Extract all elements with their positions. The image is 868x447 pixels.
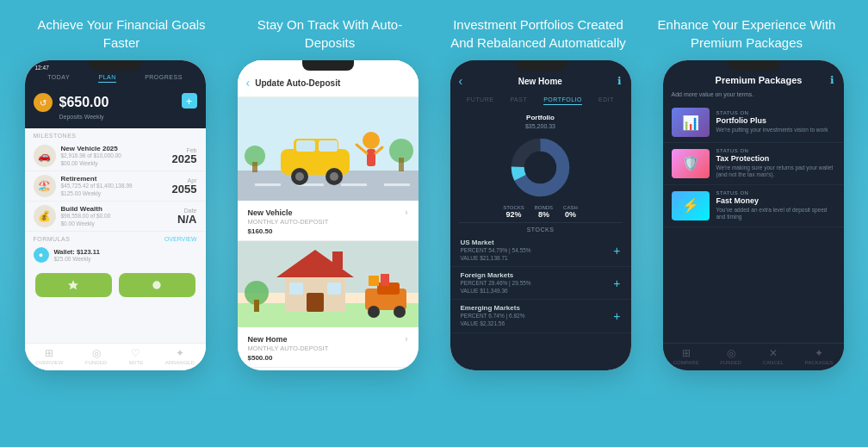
p1-tab-plan[interactable]: PLAN — [98, 74, 115, 83]
p1-tab-today[interactable]: TODAY — [47, 74, 70, 83]
svg-point-1 — [152, 281, 160, 289]
p3-market-pct-1: PERCENT 29.46% | 29.55% VALUE $11,349.36 — [461, 279, 531, 295]
app-container: Achieve Your Financial Goals Faster Stay… — [0, 0, 868, 447]
p1-milestone-sub-2: $98,558.00 of $0.00 $0.00 Weekly — [61, 213, 173, 227]
p1-milestone-2[interactable]: 💰 Build Wealth $98,558.00 of $0.00 $0.00… — [25, 202, 206, 232]
p1-add-button[interactable]: + — [182, 93, 197, 109]
p4-nav-funded-label: FUNDED — [720, 360, 741, 365]
p3-market-pct-2: PERCENT 6.74% | 6.82% VALUE $2,321.56 — [461, 312, 525, 327]
svg-point-44 — [525, 152, 556, 183]
svg-rect-7 — [384, 183, 410, 186]
p3-back-button[interactable]: ‹ — [459, 74, 463, 88]
p3-tab-portfolio[interactable]: PORTFOLIO — [543, 96, 582, 105]
p4-package-0[interactable]: 📊 STATUS ON Portfolio Plus We're putting… — [663, 102, 844, 143]
p3-donut-container — [450, 133, 631, 202]
p3-tab-edit[interactable]: EDIT — [598, 96, 614, 105]
p3-market-plus-1[interactable]: + — [613, 276, 620, 290]
p1-overview-link[interactable]: OVERVIEW — [164, 236, 197, 242]
p3-tab-future[interactable]: FUTURE — [467, 96, 493, 105]
p1-nav-note-label: NOTE — [129, 360, 144, 365]
p4-pkg-status-0: STATUS ON — [716, 110, 835, 115]
p4-nav-funded[interactable]: ◎ FUNDED — [720, 347, 741, 365]
svg-rect-21 — [252, 162, 257, 172]
svg-rect-11 — [319, 140, 338, 152]
p1-milestone-title-1: Retirement — [61, 175, 167, 183]
screen-1: 12:47 TODAY PLAN PROGRESS ↺ $650.00 + De… — [25, 60, 206, 370]
home-scene-svg — [238, 241, 418, 327]
headline-row: Achieve Your Financial Goals Faster Stay… — [0, 0, 868, 60]
p1-nav-overview[interactable]: ⊞ OVERVIEW — [35, 347, 63, 365]
p1-tab-progress[interactable]: PROGRESS — [145, 74, 183, 83]
car-scene-svg — [238, 97, 418, 201]
p4-info-icon[interactable]: ℹ — [830, 74, 834, 86]
headline-2: Stay On Track With Auto-Deposits — [235, 16, 425, 52]
svg-rect-34 — [254, 300, 259, 312]
svg-rect-40 — [381, 274, 389, 286]
portfolio-donut-chart — [508, 135, 573, 200]
p1-btn-green-1[interactable] — [35, 273, 112, 297]
p2-home-amount: $500.00 — [248, 354, 408, 362]
p3-legend-bonds-value: 8% — [535, 210, 553, 219]
p1-wallet-row: ● Wallet: $123.11 $25.00 Weekly — [25, 244, 206, 266]
p4-subtitle: Add more value on your terms. — [663, 91, 844, 97]
p1-milestone-sub-0: $2,916.98 of $10,000.00 $00.00 Weekly — [61, 152, 167, 167]
p2-back-button[interactable]: ‹ — [246, 76, 251, 90]
p4-pkg-content-1: STATUS ON Tax Protection We're making su… — [716, 148, 835, 179]
p2-chevron-2: › — [405, 334, 407, 344]
notch-4 — [728, 60, 779, 71]
svg-rect-6 — [341, 183, 367, 186]
p1-nav-arranged[interactable]: ✦ ARRANGED — [165, 347, 195, 365]
p4-nav-packages[interactable]: ✦ PACKAGES — [805, 347, 834, 365]
p1-milestone-title-0: New Vehicle 2025 — [61, 145, 167, 152]
p2-vehicle-item[interactable]: New Vehicle › MONTHLY AUTO-DEPOSIT $160.… — [238, 201, 418, 241]
svg-marker-0 — [68, 280, 78, 289]
svg-rect-39 — [369, 276, 379, 286]
p1-time: 12:47 — [35, 65, 49, 71]
p2-car-illustration — [238, 97, 418, 201]
p1-nav-overview-label: OVERVIEW — [35, 360, 63, 365]
p3-market-pct-0: PERCENT 54.79% | 54.55% VALUE $21,138.71 — [461, 246, 531, 262]
p1-milestone-sub-1: $45,725.42 of $1,400,138.99 $125.00 Week… — [61, 183, 167, 197]
p3-tab-past[interactable]: PAST — [510, 96, 527, 105]
headline-1: Achieve Your Financial Goals Faster — [27, 16, 216, 52]
p1-milestone-icon-2: 💰 — [34, 205, 56, 227]
p4-pkg-gradient-2: 🛡️ — [672, 149, 710, 178]
phone-3: ‹ New Home ℹ FUTURE PAST PORTFOLIO EDIT … — [450, 60, 631, 370]
p4-nav-funded-icon: ◎ — [727, 347, 735, 359]
p1-milestone-0[interactable]: 🚗 New Vehicle 2025 $2,916.98 of $10,000.… — [25, 141, 206, 171]
p4-pkg-image-0: 📊 — [672, 108, 710, 137]
p3-market-row-2[interactable]: Emerging Markets PERCENT 6.74% | 6.82% V… — [450, 300, 631, 332]
p2-home-sub: MONTHLY AUTO-DEPOSIT — [248, 345, 408, 352]
p3-market-plus-2[interactable]: + — [613, 309, 620, 323]
p3-market-row-0[interactable]: US Market PERCENT 54.79% | 54.55% VALUE … — [450, 234, 631, 267]
headline-4: Enhance Your Experience With Premium Pac… — [652, 16, 841, 52]
p3-market-row-1[interactable]: Foreign Markets PERCENT 29.46% | 29.55% … — [450, 267, 631, 300]
p1-amount: $650.00 — [59, 95, 109, 110]
svg-rect-10 — [296, 140, 315, 152]
p1-nav-funded[interactable]: ◎ FUNDED — [85, 347, 107, 365]
notch-1 — [90, 60, 141, 71]
p4-pkg-desc-2: You've added an extra level of deposit s… — [716, 207, 835, 221]
p4-package-1[interactable]: 🛡️ STATUS ON Tax Protection We're making… — [663, 143, 844, 185]
p3-market-plus-0[interactable]: + — [613, 244, 620, 258]
p1-milestone-1[interactable]: 🏖️ Retirement $45,725.42 of $1,400,138.9… — [25, 171, 206, 202]
p2-home-item[interactable]: New Home › MONTHLY AUTO-DEPOSIT $500.00 — [238, 327, 418, 368]
p3-legend-stocks: STOCKS 92% — [503, 205, 524, 219]
p3-market-info-2: Emerging Markets PERCENT 6.74% | 6.82% V… — [461, 304, 525, 327]
p4-nav-compare[interactable]: ⊞ COMPARE — [673, 347, 699, 365]
p1-nav-funded-label: FUNDED — [85, 360, 107, 365]
p4-nav-compare-icon: ⊞ — [682, 347, 691, 359]
phones-row: 12:47 TODAY PLAN PROGRESS ↺ $650.00 + De… — [0, 60, 868, 447]
p1-wallet-sub: $25.00 Weekly — [54, 256, 101, 262]
p1-refresh-icon: ↺ — [34, 93, 53, 112]
p4-package-2[interactable]: ⚡ STATUS ON Fast Money You've added an e… — [663, 185, 844, 227]
p1-nav-note[interactable]: ♡ NOTE — [129, 347, 144, 365]
p3-info-icon[interactable]: ℹ — [617, 75, 622, 87]
p2-title: Update Auto-Deposit — [255, 78, 340, 88]
p3-market-info-0: US Market PERCENT 54.79% | 54.55% VALUE … — [461, 239, 531, 262]
p1-btn-green-2[interactable] — [119, 273, 195, 297]
p3-tabs: FUTURE PAST PORTFOLIO EDIT — [450, 93, 631, 109]
p1-milestone-icon-0: 🚗 — [34, 145, 56, 167]
p4-nav-cancel[interactable]: ✕ CANCEL — [763, 347, 784, 365]
svg-rect-32 — [332, 251, 343, 269]
